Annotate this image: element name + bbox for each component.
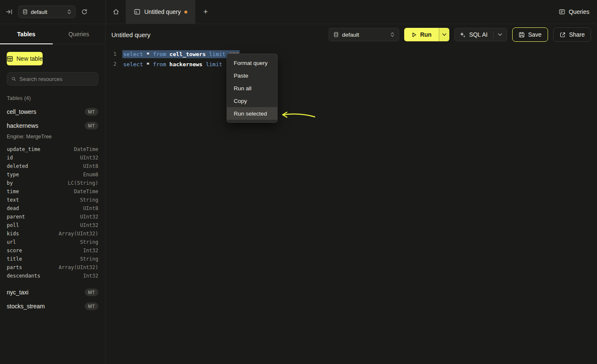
home-button[interactable] (106, 0, 126, 24)
tables-section-label: Tables (4) (7, 95, 98, 101)
column-name: text (7, 197, 19, 203)
queries-icon (559, 8, 565, 15)
table-row[interactable]: cell_towersMT (0, 105, 105, 119)
refresh-icon[interactable] (81, 8, 88, 15)
tab-label: Untitled query (144, 8, 181, 15)
share-icon (559, 32, 566, 38)
column-type: UInt8 (83, 163, 98, 169)
sidebar-tab-tables[interactable]: Tables (0, 24, 53, 44)
column-row: update_timeDateTime (7, 145, 98, 154)
column-name: url (7, 239, 16, 245)
new-tab-button[interactable]: + (195, 0, 216, 24)
chevron-updown-icon (390, 32, 394, 38)
topbar: default Untitled query + (0, 0, 597, 24)
code-text: select * from hackernews limit (122, 60, 223, 68)
main: Untitled query default Run (105, 24, 597, 364)
run-label: Run (420, 31, 432, 38)
engine-badge: MT (85, 122, 98, 129)
column-name: by (7, 180, 13, 186)
topbar-right: Queries (559, 0, 589, 24)
sidebar-tab-queries-label: Queries (68, 31, 89, 38)
run-button[interactable]: Run (404, 28, 439, 41)
column-name: update_time (7, 146, 40, 152)
columns-list: update_timeDateTimeidUInt32deletedUInt8t… (0, 143, 105, 285)
column-name: score (7, 248, 22, 253)
context-menu: Format queryPasteRun allCopyRun selected (227, 54, 278, 123)
column-type: UInt32 (80, 155, 98, 161)
sql-ai-button[interactable]: SQL AI (454, 28, 507, 41)
code-line[interactable]: 2select * from hackernews limit (105, 59, 597, 69)
column-name: descendants (7, 273, 40, 279)
run-split-button: Run (404, 28, 449, 41)
column-type: UInt8 (83, 205, 98, 211)
search-icon (11, 76, 16, 82)
column-row: titleString (7, 255, 98, 263)
database-selector-editor[interactable]: default (329, 28, 399, 41)
new-table-button[interactable]: New table (7, 52, 43, 65)
table-name: cell_towers (7, 108, 36, 115)
menu-item-run-selected[interactable]: Run selected (227, 107, 277, 120)
share-button[interactable]: Share (553, 27, 591, 42)
sql-ai-label: SQL AI (469, 31, 488, 38)
column-row: parentUInt32 (7, 213, 98, 221)
column-type: Int32 (83, 273, 98, 279)
column-row: byLC(String) (7, 179, 98, 187)
play-icon (411, 32, 417, 38)
database-icon (22, 9, 28, 15)
column-name: deleted (7, 163, 28, 169)
new-table-label: New table (16, 55, 43, 62)
collapse-sidebar-icon[interactable] (6, 8, 13, 15)
table-row[interactable]: nyc_taxiMT (0, 285, 105, 299)
table-name: hackernews (7, 122, 38, 129)
table-row[interactable]: stocks_streamMT (0, 299, 105, 313)
column-row: deletedUInt8 (7, 162, 98, 170)
column-type: String (80, 239, 98, 245)
sql-editor[interactable]: 1select * from cell_towers limit 1002sel… (105, 45, 597, 69)
engine-badge: MT (85, 289, 98, 296)
sparkle-icon (459, 32, 466, 38)
column-type: UInt32 (80, 214, 98, 220)
database-selector-value: default (31, 9, 47, 15)
column-type: UInt32 (80, 222, 98, 228)
search-input[interactable] (19, 76, 94, 82)
database-selector-editor-value: default (342, 32, 359, 38)
menu-item-copy[interactable]: Copy (227, 94, 277, 107)
table-name: stocks_stream (7, 303, 45, 310)
column-row: kidsArray(UInt32) (7, 229, 98, 238)
query-title: Untitled query (111, 31, 151, 38)
column-name: dead (7, 205, 19, 211)
code-line[interactable]: 1select * from cell_towers limit 100 (105, 49, 597, 59)
menu-item-run-all[interactable]: Run all (227, 82, 277, 94)
save-button[interactable]: Save (512, 27, 548, 42)
database-selector-topbar[interactable]: default (18, 5, 76, 18)
search-box (7, 72, 98, 86)
column-type: Enum8 (83, 172, 98, 178)
save-label: Save (528, 31, 542, 38)
sidebar-tab-tables-label: Tables (17, 31, 35, 38)
code-text: select * from cell_towers limit 100 (122, 50, 240, 58)
column-type: DateTime (74, 146, 98, 152)
column-type: LC(String) (68, 180, 98, 186)
editor-header: Untitled query default Run (105, 24, 597, 45)
menu-item-paste[interactable]: Paste (227, 69, 277, 82)
column-row: textString (7, 196, 98, 204)
column-name: poll (7, 222, 19, 228)
column-type: DateTime (74, 189, 98, 194)
tabstrip: Untitled query + (105, 0, 216, 24)
sidebar-tab-queries[interactable]: Queries (53, 24, 105, 44)
sidebar: Tables Queries New table Tables (4) cell… (0, 24, 105, 364)
column-name: time (7, 189, 19, 194)
run-options-button[interactable] (439, 28, 449, 41)
save-icon (519, 32, 525, 38)
query-tab-icon (134, 8, 140, 15)
column-row: partsArray(UInt32) (7, 263, 98, 272)
database-icon (333, 32, 339, 38)
column-row: deadUInt8 (7, 204, 98, 213)
table-row[interactable]: hackernewsMT (0, 119, 105, 132)
column-type: Array(UInt32) (59, 231, 98, 237)
queries-button[interactable]: Queries (559, 8, 589, 15)
tab-untitled-query[interactable]: Untitled query (126, 0, 195, 24)
menu-item-format-query[interactable]: Format query (227, 57, 277, 69)
column-row: descendantsInt32 (7, 272, 98, 280)
chevron-down-icon (442, 33, 446, 36)
